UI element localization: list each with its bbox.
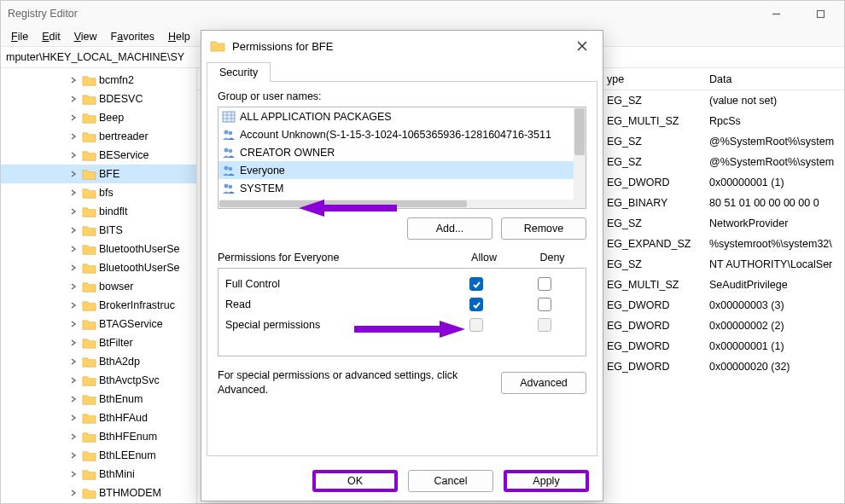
apply-button[interactable]: Apply — [504, 470, 589, 492]
tree-item-label: bowser — [99, 281, 133, 293]
advanced-hint: For special permissions or advanced sett… — [218, 368, 492, 397]
svg-point-10 — [229, 130, 233, 135]
cell-data: 0x00000002 (2) — [709, 320, 844, 332]
dialog-title: Permissions for BFE — [232, 40, 570, 53]
svg-point-12 — [229, 148, 233, 153]
menu-edit[interactable]: Edit — [37, 29, 66, 44]
permission-row: Full Control — [225, 274, 579, 294]
group-item[interactable]: Everyone — [219, 161, 586, 179]
folder-icon — [82, 262, 96, 274]
group-item[interactable]: Account Unknown(S-1-15-3-1024-1065365936… — [219, 125, 586, 143]
chevron-right-icon — [69, 75, 79, 85]
deny-checkbox[interactable] — [538, 277, 551, 291]
tree-item-label: BthEnum — [99, 393, 143, 405]
group-item[interactable]: SYSTEM — [219, 179, 586, 197]
allow-checkbox[interactable] — [469, 298, 483, 311]
tree-item[interactable]: BthLEEnum — [1, 446, 196, 465]
tree-item[interactable]: bindflt — [1, 202, 196, 221]
tree-item[interactable]: bcmfn2 — [1, 71, 196, 90]
chevron-right-icon — [69, 225, 79, 235]
tree-item[interactable]: BthAvctpSvc — [1, 371, 196, 390]
tree-item-label: BtFilter — [99, 337, 133, 349]
tree-item[interactable]: BTHMODEM — [1, 484, 196, 502]
tree-item[interactable]: BthMini — [1, 465, 196, 484]
remove-button[interactable]: Remove — [501, 217, 586, 240]
menu-help[interactable]: Help — [163, 29, 195, 44]
horizontal-scrollbar[interactable] — [219, 200, 574, 208]
chevron-right-icon — [69, 488, 79, 498]
chevron-right-icon — [69, 113, 79, 123]
deny-checkbox[interactable] — [538, 298, 551, 311]
tree-item[interactable]: BDESVC — [1, 90, 196, 108]
tree-item[interactable]: Beep — [1, 108, 196, 127]
menu-favorites[interactable]: Favorites — [106, 29, 160, 44]
allow-header: Allow — [450, 252, 518, 264]
tree-item-label: BDESVC — [99, 93, 143, 105]
tree-item[interactable]: BluetoothUserSe — [1, 240, 196, 258]
tree-item[interactable]: BTAGService — [1, 315, 196, 333]
folder-icon — [82, 93, 96, 105]
tree-item[interactable]: BEService — [1, 146, 196, 165]
tree-item[interactable]: BthHFAud — [1, 408, 196, 427]
cell-type: EG_MULTI_SZ — [607, 279, 709, 291]
tree-item-label: bindflt — [99, 206, 127, 217]
cell-data: @%SystemRoot%\system — [709, 136, 844, 148]
cell-type: EG_EXPAND_SZ — [607, 238, 709, 250]
tree-item[interactable]: BthA2dp — [1, 352, 196, 371]
group-names-label: Group or user names: — [218, 90, 586, 102]
ok-button[interactable]: OK — [312, 470, 398, 492]
chevron-right-icon — [69, 206, 79, 217]
deny-checkbox — [538, 318, 551, 332]
tree-item[interactable]: bfs — [1, 183, 196, 202]
minimize-button[interactable] — [759, 4, 793, 23]
tree-item[interactable]: bowser — [1, 277, 196, 296]
menu-file[interactable]: File — [6, 29, 33, 44]
chevron-right-icon — [69, 375, 79, 385]
deny-header: Deny — [518, 252, 586, 264]
svg-point-11 — [224, 148, 229, 152]
folder-icon — [82, 337, 96, 349]
advanced-button[interactable]: Advanced — [501, 372, 586, 394]
tree-item[interactable]: BluetoothUserSe — [1, 258, 196, 277]
folder-icon — [82, 487, 96, 499]
tree-item[interactable]: BtFilter — [1, 333, 196, 352]
chevron-right-icon — [69, 413, 79, 423]
cell-type: EG_SZ — [607, 95, 709, 107]
chevron-right-icon — [69, 394, 79, 404]
chevron-right-icon — [69, 450, 79, 461]
tree-item[interactable]: BFE — [1, 165, 196, 183]
add-button[interactable]: Add... — [407, 217, 492, 240]
permission-name: Full Control — [225, 278, 442, 290]
tree-item-label: BluetoothUserSe — [99, 243, 180, 255]
maximize-button[interactable] — [803, 4, 837, 23]
close-button[interactable] — [570, 36, 594, 56]
cell-type: EG_BINARY — [607, 197, 709, 209]
col-data[interactable]: Data — [709, 73, 844, 85]
tree-item-label: BTAGService — [99, 318, 163, 330]
vertical-scrollbar[interactable] — [574, 107, 586, 208]
group-name: Account Unknown(S-1-15-3-1024-1065365936… — [240, 129, 551, 141]
tree-item[interactable]: bertreader — [1, 127, 196, 146]
menu-view[interactable]: View — [69, 29, 102, 44]
folder-icon — [210, 39, 225, 53]
allow-checkbox[interactable] — [469, 277, 483, 291]
group-item[interactable]: ALL APPLICATION PACKAGES — [219, 107, 586, 125]
tree-item[interactable]: BthHFEnum — [1, 427, 196, 446]
cell-type: EG_SZ — [607, 156, 709, 168]
group-list[interactable]: ALL APPLICATION PACKAGESAccount Unknown(… — [218, 107, 586, 209]
tree-item[interactable]: BrokerInfrastruc — [1, 296, 196, 315]
folder-icon — [82, 299, 96, 311]
col-type[interactable]: ype — [607, 73, 709, 85]
tree-item[interactable]: BthEnum — [1, 390, 196, 408]
permissions-box: Full ControlReadSpecial permissions — [218, 268, 586, 356]
tab-security[interactable]: Security — [207, 62, 271, 82]
group-item[interactable]: CREATOR OWNER — [219, 143, 586, 161]
registry-tree[interactable]: bcmfn2BDESVCBeepbertreaderBEServiceBFEbf… — [1, 68, 197, 503]
tree-item-label: bfs — [99, 187, 114, 199]
cancel-button[interactable]: Cancel — [408, 470, 493, 492]
svg-point-14 — [229, 166, 233, 171]
folder-icon — [82, 168, 96, 180]
tree-item[interactable]: BITS — [1, 221, 196, 240]
cell-data: 80 51 01 00 00 00 00 0 — [709, 197, 844, 209]
folder-icon — [82, 149, 96, 161]
